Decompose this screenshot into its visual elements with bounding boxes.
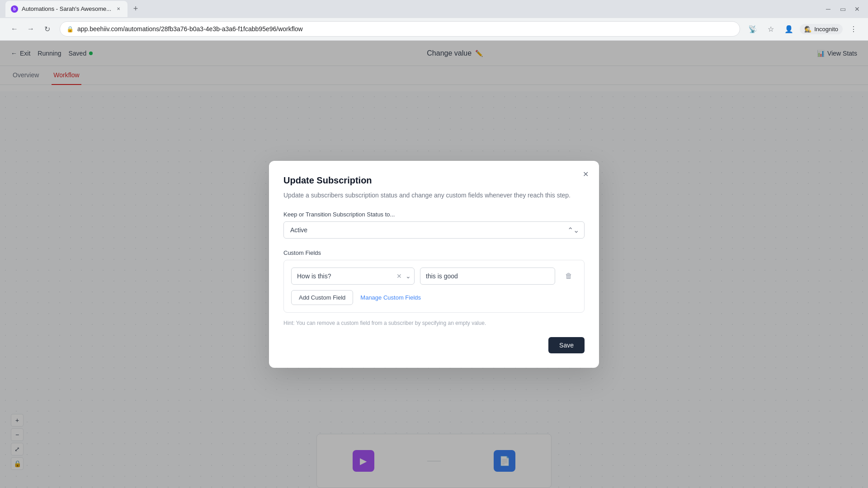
incognito-label: Incognito <box>814 26 838 33</box>
custom-fields-label: Custom Fields <box>283 249 585 256</box>
custom-field-row: How is this? ✕ ⌄ 🗑 <box>291 267 577 285</box>
incognito-badge: 🕵️ Incognito <box>800 24 843 34</box>
maximize-button[interactable]: ▭ <box>837 4 848 14</box>
add-custom-field-button[interactable]: Add Custom Field <box>291 290 353 305</box>
bookmark-icon[interactable]: ☆ <box>764 22 778 36</box>
tab-bar: b Automations - Sarah's Awesome... ✕ + ─… <box>0 0 868 18</box>
trash-icon: 🗑 <box>565 272 572 280</box>
profile-icon[interactable]: 👤 <box>782 22 796 36</box>
modal-title: Update Subscription <box>283 175 585 186</box>
url-bar[interactable]: 🔒 app.beehiiv.com/automations/28fb3a76-b… <box>60 21 740 37</box>
lock-icon: 🔒 <box>66 26 74 33</box>
field-delete-button[interactable]: 🗑 <box>561 268 577 284</box>
modal-footer: Save <box>283 337 585 353</box>
modal-overlay: ✕ Update Subscription Update a subscribe… <box>0 41 868 488</box>
tab-title: Automations - Sarah's Awesome... <box>22 5 111 12</box>
url-text: app.beehiiv.com/automations/28fb3a76-b0a… <box>77 25 733 33</box>
field-value-input[interactable] <box>420 267 555 285</box>
back-button[interactable]: ← <box>7 22 22 36</box>
update-subscription-modal: ✕ Update Subscription Update a subscribe… <box>269 161 599 368</box>
modal-close-button[interactable]: ✕ <box>579 168 592 181</box>
active-tab[interactable]: b Automations - Sarah's Awesome... ✕ <box>5 1 127 17</box>
window-controls: ─ ▭ ✕ <box>823 4 863 14</box>
menu-button[interactable]: ⋮ <box>846 22 861 36</box>
close-button[interactable]: ✕ <box>852 4 863 14</box>
field-name-wrapper: How is this? ✕ ⌄ <box>291 267 415 285</box>
nav-buttons: ← → ↻ <box>7 22 54 36</box>
tab-favicon: b <box>11 5 18 13</box>
modal-description: Update a subscribers subscription status… <box>283 190 585 200</box>
custom-fields-section: How is this? ✕ ⌄ 🗑 Add Custom Field <box>283 260 585 313</box>
field-clear-button[interactable]: ✕ <box>396 272 402 280</box>
minimize-button[interactable]: ─ <box>823 4 834 14</box>
cast-icon[interactable]: 📡 <box>745 22 760 36</box>
tab-close-button[interactable]: ✕ <box>115 5 122 13</box>
manage-custom-fields-link[interactable]: Manage Custom Fields <box>360 294 421 301</box>
incognito-icon: 🕵️ <box>804 26 811 33</box>
subscription-status-select[interactable]: Active Inactive Pending <box>283 221 585 239</box>
forward-button[interactable]: → <box>24 22 38 36</box>
new-tab-button[interactable]: + <box>129 3 142 15</box>
subscription-section-label: Keep or Transition Subscription Status t… <box>283 211 585 218</box>
refresh-button[interactable]: ↻ <box>40 22 54 36</box>
save-button[interactable]: Save <box>548 337 585 353</box>
subscription-status-wrapper: Active Inactive Pending ⌃⌄ <box>283 221 585 239</box>
browser-chrome: b Automations - Sarah's Awesome... ✕ + ─… <box>0 0 868 41</box>
app-content: ← Exit Running Saved Change value ✏️ 📊 V… <box>0 41 868 488</box>
browser-actions: 📡 ☆ 👤 🕵️ Incognito ⋮ <box>745 22 861 36</box>
hint-text: Hint: You can remove a custom field from… <box>283 320 585 326</box>
address-bar: ← → ↻ 🔒 app.beehiiv.com/automations/28fb… <box>0 18 868 40</box>
custom-fields-actions: Add Custom Field Manage Custom Fields <box>291 290 577 305</box>
